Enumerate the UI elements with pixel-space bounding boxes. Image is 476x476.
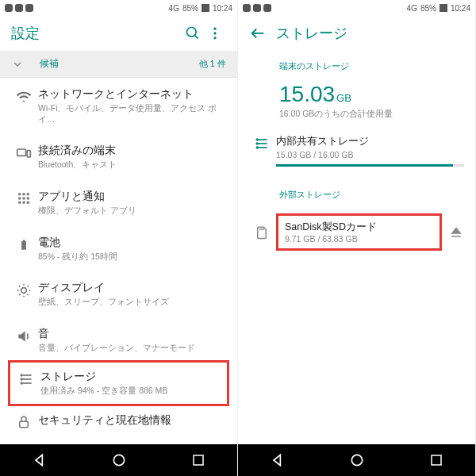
svg-rect-13 — [18, 202, 21, 204]
svg-point-34 — [256, 147, 258, 148]
item-sub: 85% - 残り約 15時間 — [38, 251, 226, 263]
battery-icon — [10, 236, 38, 263]
svg-rect-12 — [27, 197, 29, 199]
section-external-storage: 外部ストレージ — [238, 171, 475, 205]
item-title: セキュリティと現在地情報 — [38, 413, 226, 428]
svg-rect-5 — [17, 149, 26, 155]
devices-icon — [10, 144, 38, 171]
network-badge: 4G — [169, 4, 179, 13]
progress-bar — [276, 164, 464, 167]
svg-point-22 — [21, 375, 22, 377]
battery-text: 85% — [182, 4, 198, 13]
svg-rect-10 — [18, 197, 21, 199]
notif-icon — [253, 4, 261, 12]
item-display[interactable]: ディスプレイ壁紙、スリープ、フォントサイズ — [0, 271, 237, 317]
page-title: 設定 — [11, 24, 182, 43]
svg-rect-6 — [27, 151, 30, 157]
svg-point-2 — [213, 28, 216, 30]
nav-back-icon[interactable] — [32, 452, 48, 468]
sd-card-row[interactable]: SanDisk製SDカード 9.71 GB / 63.83 GB — [238, 205, 475, 259]
overflow-icon[interactable] — [204, 22, 226, 44]
nav-recent-icon[interactable] — [191, 453, 205, 467]
item-storage[interactable]: ストレージ使用済み 94% - 空き容量 886 MB — [8, 360, 229, 406]
sd-sub: 9.71 GB / 63.83 GB — [285, 234, 433, 244]
suggestions-row[interactable]: 候補 他 1 件 — [0, 51, 237, 78]
svg-rect-39 — [432, 455, 441, 465]
appbar: ストレージ — [238, 16, 475, 51]
item-sound[interactable]: 音音量、バイブレーション、マナーモード — [0, 317, 237, 363]
svg-rect-27 — [194, 455, 203, 465]
appbar: 設定 — [0, 16, 237, 51]
internal-storage-row[interactable]: 内部共有ストレージ 15.03 GB / 16.00 GB — [238, 128, 475, 171]
nav-home-icon[interactable] — [349, 452, 365, 468]
clock: 10:24 — [451, 4, 470, 13]
storage-screen: 4G 85% 10:24 ストレージ 端末のストレージ 15.03 GB 16.… — [238, 0, 476, 476]
item-sub: Bluetooth、キャスト — [38, 159, 226, 171]
nav-recent-icon[interactable] — [429, 453, 443, 467]
svg-rect-11 — [23, 197, 25, 199]
nav-home-icon[interactable] — [111, 452, 127, 468]
svg-line-1 — [195, 36, 198, 39]
svg-rect-8 — [23, 193, 25, 195]
back-arrow-icon[interactable] — [249, 25, 267, 42]
brightness-icon — [10, 281, 38, 308]
svg-point-38 — [352, 455, 363, 465]
item-sub: 使用済み 94% - 空き容量 886 MB — [40, 386, 222, 397]
item-connected[interactable]: 接続済みの端末Bluetooth、キャスト — [0, 134, 237, 180]
item-sub: 権限、デフォルト アプリ — [38, 205, 226, 217]
battery-icon — [202, 4, 209, 12]
item-title: 電池 — [38, 236, 226, 250]
svg-rect-15 — [27, 202, 29, 204]
nav-back-icon[interactable] — [270, 452, 286, 468]
svg-point-3 — [213, 32, 216, 34]
svg-point-23 — [21, 379, 22, 381]
item-sub: Wi-Fi、モバイル、データ使用量、アクセス ポイ… — [38, 103, 226, 125]
item-sub: 壁紙、スリープ、フォントサイズ — [38, 297, 226, 308]
svg-point-32 — [256, 139, 258, 140]
svg-point-33 — [256, 143, 258, 144]
item-security[interactable]: セキュリティと現在地情報 — [0, 404, 237, 439]
svg-point-24 — [21, 383, 22, 385]
eject-icon[interactable] — [448, 225, 464, 240]
settings-screen: 4G 85% 10:24 設定 候補 他 1 件 ネットワークとインターネットW… — [0, 0, 238, 476]
status-bar: 4G 85% 10:24 — [0, 0, 237, 16]
item-title: 音 — [38, 327, 226, 341]
network-badge: 4G — [407, 4, 417, 13]
battery-text: 85% — [420, 4, 436, 13]
notif-icon — [15, 4, 23, 12]
notif-icon — [5, 4, 13, 12]
status-bar: 4G 85% 10:24 — [238, 0, 475, 16]
svg-rect-9 — [27, 193, 29, 195]
volume-icon — [10, 327, 38, 354]
item-title: ストレージ — [40, 370, 222, 384]
search-icon[interactable] — [182, 22, 204, 44]
item-battery[interactable]: 電池85% - 残り約 15時間 — [0, 226, 237, 272]
notif-icon — [25, 4, 33, 12]
total-used: 15.03 GB 16.00 GBのうちの合計使用量 — [238, 77, 475, 128]
clock: 10:24 — [213, 4, 232, 13]
svg-point-0 — [187, 28, 197, 37]
wifi-icon — [10, 87, 38, 125]
storage-icon — [12, 370, 40, 397]
notif-icon — [243, 4, 251, 12]
svg-rect-14 — [23, 202, 25, 204]
storage-icon — [248, 134, 276, 152]
apps-icon — [10, 190, 38, 217]
svg-rect-16 — [21, 240, 26, 249]
sd-title: SanDisk製SDカード — [285, 221, 433, 234]
suggestions-more: 他 1 件 — [199, 58, 226, 70]
item-sub: 音量、バイブレーション、マナーモード — [38, 343, 226, 354]
item-title: ネットワークとインターネット — [38, 87, 226, 102]
nav-bar — [238, 444, 475, 476]
svg-rect-25 — [20, 421, 29, 428]
notif-icon — [263, 4, 271, 12]
section-device-storage: 端末のストレージ — [238, 51, 475, 77]
svg-point-4 — [213, 36, 216, 39]
item-network[interactable]: ネットワークとインターネットWi-Fi、モバイル、データ使用量、アクセス ポイ… — [0, 78, 237, 134]
item-apps[interactable]: アプリと通知権限、デフォルト アプリ — [0, 180, 237, 226]
nav-bar — [0, 444, 237, 476]
lock-icon — [10, 413, 38, 429]
used-value: 15.03 — [279, 82, 335, 107]
item-title: ディスプレイ — [38, 281, 226, 295]
chevron-down-icon — [11, 58, 30, 71]
